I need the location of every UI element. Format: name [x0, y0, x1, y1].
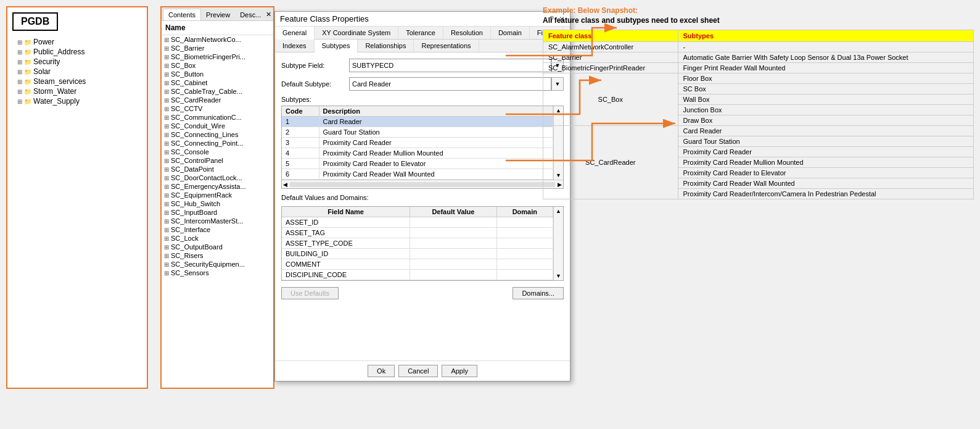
list-item[interactable]: ⊞SC_AlarmNetworkCo... — [162, 35, 273, 44]
list-item[interactable]: ⊞SC_CableTray_Cable... — [162, 87, 273, 96]
tab-tolerance[interactable]: Tolerance — [398, 27, 443, 39]
list-item[interactable]: ⊞SC_Box — [162, 61, 273, 70]
use-defaults-button[interactable]: Use Defaults — [281, 287, 339, 299]
list-item[interactable]: ⊞SC_Connecting_Point... — [162, 139, 273, 148]
dv-table: Field Name Default Value Domain ASSET_ID… — [282, 207, 553, 280]
cancel-button[interactable]: Cancel — [398, 365, 438, 377]
tab-xy-coord[interactable]: XY Coordinate System — [315, 27, 398, 39]
list-item[interactable]: ⊞SC_Button — [162, 70, 273, 78]
col-code: Code — [282, 106, 319, 117]
example-note: Example: Below Snapshot: — [543, 6, 974, 15]
list-item[interactable]: ⊞SC_DataPoint — [162, 165, 273, 173]
folder-icon: 📁 — [24, 98, 31, 105]
subtype-field-input[interactable] — [349, 59, 551, 72]
table-row[interactable]: 6 Proximity Card Reader Wall Mounted — [282, 169, 553, 180]
list-item[interactable]: ⊞SC_BiometricFingerPri... — [162, 52, 273, 61]
list-item[interactable]: ⊞SC_DoorContactLock... — [162, 173, 273, 182]
tab-desc[interactable]: Desc... — [235, 9, 266, 20]
subtype-field-row: Subtype Field: ▼ — [281, 59, 564, 72]
contents-panel: Contents Preview Desc... ✕ Name ⊞SC_Alar… — [160, 6, 274, 389]
tab-contents[interactable]: Contents — [163, 9, 201, 20]
item-icon: ⊞ — [164, 88, 169, 95]
tab-domain[interactable]: Domain — [491, 27, 530, 39]
expand-icon: ⊞ — [17, 98, 22, 105]
tab-subtypes[interactable]: Subtypes — [315, 40, 358, 52]
tree-item-public-address[interactable]: ⊞ 📁 Public_Address — [12, 47, 142, 57]
list-item[interactable]: ⊞SC_CardReader — [162, 96, 273, 104]
table-row[interactable]: DISCIPLINE_CODE — [282, 270, 553, 280]
table-row[interactable]: ASSET_ID — [282, 217, 553, 228]
apply-button[interactable]: Apply — [442, 365, 477, 377]
item-icon: ⊞ — [164, 166, 169, 173]
list-item[interactable]: ⊞SC_Console — [162, 148, 273, 156]
table-row[interactable]: BUILDING_ID — [282, 249, 553, 259]
tab-preview[interactable]: Preview — [201, 9, 235, 20]
dialog-bottom-buttons: Ok Cancel Apply — [275, 360, 570, 381]
example-panel: Example: Below Snapshot: All feature cla… — [543, 6, 974, 423]
list-item[interactable]: ⊞SC_Barrier — [162, 44, 273, 52]
list-item[interactable]: ⊞SC_OutputBoard — [162, 243, 273, 251]
table-row[interactable]: ASSET_TAG — [282, 228, 553, 238]
list-item[interactable]: ⊞SC_SecurityEquipmen... — [162, 260, 273, 269]
dialog-body: Subtype Field: ▼ Default Subtype: ▼ Subt… — [275, 52, 570, 357]
item-icon: ⊞ — [164, 175, 169, 181]
tree-item-solar[interactable]: ⊞ 📁 Solar — [12, 67, 142, 77]
dialog-tabs-top: General XY Coordinate System Tolerance R… — [275, 27, 570, 40]
tree-item-water-supply[interactable]: ⊞ 📁 Water_Supply — [12, 96, 142, 106]
list-item[interactable]: ⊞SC_Interface — [162, 225, 273, 234]
folder-icon: 📁 — [24, 88, 31, 95]
tree-item-storm-water[interactable]: ⊞ 📁 Storm_Water — [12, 86, 142, 96]
list-item[interactable]: ⊞SC_ControlPanel — [162, 156, 273, 165]
item-icon: ⊞ — [164, 36, 169, 43]
subtype-field-select-container: ▼ — [349, 59, 564, 72]
contents-list[interactable]: ⊞SC_AlarmNetworkCo... ⊞SC_Barrier ⊞SC_Bi… — [162, 35, 273, 381]
dv-table-section: Field Name Default Value Domain ASSET_ID… — [281, 206, 564, 281]
item-icon: ⊞ — [164, 183, 169, 190]
list-item[interactable]: ⊞SC_Hub_Switch — [162, 199, 273, 208]
dialog-titlebar: Feature Class Properties ? ✕ — [275, 12, 570, 27]
col-feature-class: Feature class — [543, 30, 678, 42]
table-row[interactable]: ASSET_TYPE_CODE — [282, 238, 553, 249]
tree-item-security[interactable]: ⊞ 📁 Security — [12, 57, 142, 67]
item-icon: ⊞ — [164, 235, 169, 242]
list-item[interactable]: ⊞SC_Cabinet — [162, 78, 273, 87]
item-icon: ⊞ — [164, 201, 169, 207]
list-item[interactable]: ⊞SC_Sensors — [162, 269, 273, 277]
item-icon: ⊞ — [164, 62, 169, 69]
item-icon: ⊞ — [164, 218, 169, 225]
list-item[interactable]: ⊞SC_EquipmentRack — [162, 191, 273, 199]
expand-icon: ⊞ — [17, 78, 22, 85]
list-item[interactable]: ⊞SC_IntercomMasterSt... — [162, 217, 273, 225]
list-item[interactable]: ⊞SC_Conduit_Wire — [162, 122, 273, 130]
folder-icon: 📁 — [24, 69, 31, 75]
list-item[interactable]: ⊞SC_Connecting_Lines — [162, 130, 273, 139]
list-item[interactable]: ⊞SC_CommunicationC... — [162, 113, 273, 122]
item-icon: ⊞ — [164, 149, 169, 156]
table-row[interactable]: 3 Proximity Card Reader — [282, 138, 553, 148]
close-button[interactable]: ✕ — [266, 10, 271, 19]
tab-general[interactable]: General — [275, 27, 315, 40]
list-item[interactable]: ⊞SC_Lock — [162, 234, 273, 243]
ok-button[interactable]: Ok — [368, 365, 395, 377]
default-subtype-input[interactable] — [349, 77, 551, 91]
table-row[interactable]: 2 Guard Tour Station — [282, 127, 553, 138]
table-row[interactable]: COMMENT — [282, 259, 553, 270]
folder-icon: 📁 — [24, 49, 31, 56]
table-row[interactable]: 1 Card Reader — [282, 117, 553, 127]
list-item[interactable]: ⊞SC_InputBoard — [162, 208, 273, 217]
tree-item-steam-services[interactable]: ⊞ 📁 Steam_services — [12, 77, 142, 86]
tab-indexes[interactable]: Indexes — [275, 40, 315, 52]
table-row[interactable]: 4 Proximity Card Reader Mullion Mounted — [282, 148, 553, 159]
list-item[interactable]: ⊞SC_EmergencyAssista... — [162, 182, 273, 191]
tree-item-power[interactable]: ⊞ 📁 Power — [12, 37, 142, 47]
col-subtypes: Subtypes — [678, 30, 973, 42]
table-row[interactable]: 5 Proximity Card Reader to Elevator — [282, 159, 553, 169]
scroll-left[interactable]: ◀ — [282, 180, 289, 188]
folder-icon: 📁 — [24, 78, 31, 85]
tab-representations[interactable]: Representations — [414, 40, 479, 52]
tab-relationships[interactable]: Relationships — [358, 40, 414, 52]
list-item[interactable]: ⊞SC_CCTV — [162, 104, 273, 113]
list-item[interactable]: ⊞SC_Risers — [162, 251, 273, 260]
expand-icon: ⊞ — [17, 49, 22, 56]
tab-resolution[interactable]: Resolution — [443, 27, 491, 39]
